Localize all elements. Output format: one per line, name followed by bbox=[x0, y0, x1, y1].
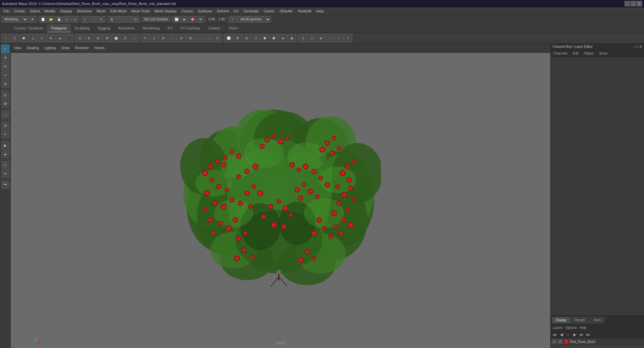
open-btn[interactable]: 📂 bbox=[47, 16, 55, 23]
vp-menu-shading[interactable]: Shading bbox=[25, 46, 41, 51]
rotate-tool-btn[interactable]: ↻ bbox=[1, 62, 9, 70]
shelf-icon-11[interactable]: ⊟ bbox=[94, 34, 102, 42]
rb-subtab-layers[interactable]: Layers bbox=[553, 326, 563, 330]
tab-fx[interactable]: FX bbox=[164, 24, 176, 32]
menu-help[interactable]: Help bbox=[314, 8, 326, 14]
node-editor-btn[interactable]: ⬡ bbox=[1, 161, 9, 169]
layer-end-btn[interactable]: ⏭ bbox=[585, 332, 591, 337]
menu-mesh-display[interactable]: Mesh Display bbox=[153, 8, 179, 14]
paint-sel-btn[interactable]: ✎ bbox=[98, 16, 105, 23]
no-live-surface-label[interactable]: No Live Surface bbox=[143, 17, 170, 22]
cb-tab-edit[interactable]: Edit bbox=[571, 51, 580, 56]
rb-tab-display[interactable]: Display bbox=[552, 317, 570, 323]
shelf-icon-6[interactable]: ⊕ bbox=[47, 34, 55, 42]
shelf-icon-31[interactable]: ◈ bbox=[278, 34, 287, 42]
menu-generate[interactable]: Generate bbox=[241, 8, 261, 14]
shelf-icon-25[interactable]: ⬜ bbox=[224, 34, 233, 42]
shelf-icon-7[interactable]: ▲ bbox=[56, 34, 64, 42]
shelf-icon-19[interactable]: ⬦ bbox=[168, 34, 177, 42]
shelf-icon-13[interactable]: ⬤ bbox=[112, 34, 120, 42]
shelf-icon-32[interactable]: ◉ bbox=[288, 34, 296, 42]
tab-rigging[interactable]: Rigging bbox=[94, 24, 114, 32]
shelf-icon-16[interactable]: ✎ bbox=[141, 34, 150, 42]
menu-redshift[interactable]: Redshift bbox=[296, 8, 313, 14]
snap-grid-btn[interactable]: ⊞ bbox=[108, 16, 115, 23]
render-btn[interactable]: ▶ bbox=[181, 16, 188, 23]
shelf-icon-30[interactable]: ⬣ bbox=[269, 34, 278, 42]
shelf-icon-5[interactable]: ◇ bbox=[37, 34, 46, 42]
layer-record-btn[interactable]: ● bbox=[565, 332, 571, 337]
tab-rendering[interactable]: Rendering bbox=[139, 24, 164, 32]
menu-modify[interactable]: Modify bbox=[43, 8, 57, 14]
close-button[interactable]: ✕ bbox=[637, 1, 642, 6]
menu-edit-mesh[interactable]: Edit Mesh bbox=[108, 8, 129, 14]
select-tool-btn[interactable]: ↖ bbox=[1, 45, 9, 53]
viewport[interactable]: View Shading Lighting Show Renderer Pane… bbox=[11, 44, 550, 348]
menu-select[interactable]: Select bbox=[28, 8, 42, 14]
menu-mesh[interactable]: Mesh bbox=[94, 8, 107, 14]
camera-icon-btn[interactable]: 📷 bbox=[1, 181, 9, 189]
menu-create[interactable]: Create bbox=[12, 8, 27, 14]
render-region-btn[interactable]: ⬜ bbox=[173, 16, 180, 23]
shelf-icon-2[interactable]: ⬡ bbox=[10, 34, 19, 42]
shelf-icon-33[interactable]: ◈ bbox=[299, 34, 307, 42]
universal-manip-btn[interactable]: ⊕ bbox=[1, 80, 9, 88]
rb-tab-render[interactable]: Render bbox=[571, 317, 589, 323]
cb-minimize-btn[interactable]: ─ bbox=[633, 45, 635, 49]
layer-rewind-btn[interactable]: ⏮ bbox=[552, 332, 557, 337]
shelf-icon-10[interactable]: ⊛ bbox=[85, 34, 93, 42]
tab-custom[interactable]: Custom bbox=[204, 24, 225, 32]
cb-float-btn[interactable]: □ bbox=[636, 45, 638, 49]
shelf-icon-9[interactable]: ◎ bbox=[76, 34, 84, 42]
cb-tab-show[interactable]: Show bbox=[597, 51, 609, 56]
minimize-button[interactable]: ─ bbox=[625, 1, 630, 6]
vp-menu-view[interactable]: View bbox=[13, 46, 23, 51]
shelf-icon-29[interactable]: ⬢ bbox=[260, 34, 269, 42]
shelf-icon-14[interactable]: ☰ bbox=[121, 34, 130, 42]
shelf-icon-36[interactable]: ◊ bbox=[326, 34, 334, 42]
soft-mod-btn[interactable]: ◎ bbox=[1, 91, 9, 99]
shelf-icon-21[interactable]: ⊞ bbox=[186, 34, 195, 42]
move-tool-btn[interactable]: ✛ bbox=[1, 54, 9, 62]
snap-view-btn[interactable]: ⊡ bbox=[132, 16, 140, 23]
shelf-icon-20[interactable]: ⊟ bbox=[177, 34, 186, 42]
menu-deform[interactable]: Deform bbox=[215, 8, 231, 14]
menu-uv[interactable]: UV bbox=[232, 8, 241, 14]
rb-tab-anim[interactable]: Anim bbox=[590, 317, 605, 323]
scale-tool-btn[interactable]: ⤢ bbox=[1, 71, 9, 79]
redo-btn[interactable]: ↪ bbox=[71, 16, 79, 23]
shelf-icon-15[interactable]: ⬚ bbox=[130, 34, 139, 42]
shelf-icon-17[interactable]: ⊿ bbox=[150, 34, 159, 42]
render-view-btn[interactable]: ▶ bbox=[1, 141, 9, 149]
render-settings-btn[interactable]: ⚙ bbox=[197, 16, 204, 23]
layer-next-btn[interactable]: ▶ bbox=[572, 332, 577, 337]
shelf-icon-24[interactable]: ⊡ bbox=[213, 34, 222, 42]
layer-visible-btn[interactable]: V bbox=[552, 339, 557, 344]
select-btn[interactable]: ↖ bbox=[82, 16, 89, 23]
vp-menu-panels[interactable]: Panels bbox=[93, 46, 106, 51]
shelf-icon-37[interactable]: ⊹ bbox=[335, 34, 343, 42]
ipr-btn[interactable]: 🎯 bbox=[189, 16, 196, 23]
vp-menu-lighting[interactable]: Lighting bbox=[43, 46, 57, 51]
right-scrollbar-track[interactable] bbox=[551, 345, 644, 348]
outliner-btn[interactable]: ≡ bbox=[1, 130, 9, 138]
display-modes-btn[interactable]: ⬚ bbox=[1, 110, 9, 118]
shelf-icon-3[interactable]: ⬢ bbox=[19, 34, 28, 42]
vp-menu-show[interactable]: Show bbox=[60, 46, 71, 51]
hypershade-btn[interactable]: ◈ bbox=[1, 150, 9, 158]
gamma-checkbox[interactable]: ✓ bbox=[229, 16, 237, 23]
menu-windows[interactable]: Windows bbox=[75, 8, 94, 14]
shelf-icon-27[interactable]: ⊟ bbox=[242, 34, 251, 42]
snap-curve-btn[interactable]: ⌒ bbox=[116, 16, 124, 23]
shelf-icon-26[interactable]: ⊞ bbox=[233, 34, 242, 42]
workspace-selector[interactable]: Modeling bbox=[1, 16, 28, 23]
new-file-btn[interactable]: 📄 bbox=[39, 16, 47, 23]
menu-mesh-tools[interactable]: Mesh Tools bbox=[129, 8, 152, 14]
tab-polygons[interactable]: Polygons bbox=[47, 24, 70, 32]
layer-color-swatch[interactable] bbox=[564, 339, 569, 344]
shelf-icon-18[interactable]: ⊕ bbox=[159, 34, 168, 42]
shelf-icon-38[interactable]: ✦ bbox=[344, 34, 352, 42]
tab-xgen[interactable]: XGen bbox=[224, 24, 242, 32]
rb-subtab-options[interactable]: Options bbox=[565, 326, 577, 330]
maximize-button[interactable]: □ bbox=[631, 1, 636, 6]
